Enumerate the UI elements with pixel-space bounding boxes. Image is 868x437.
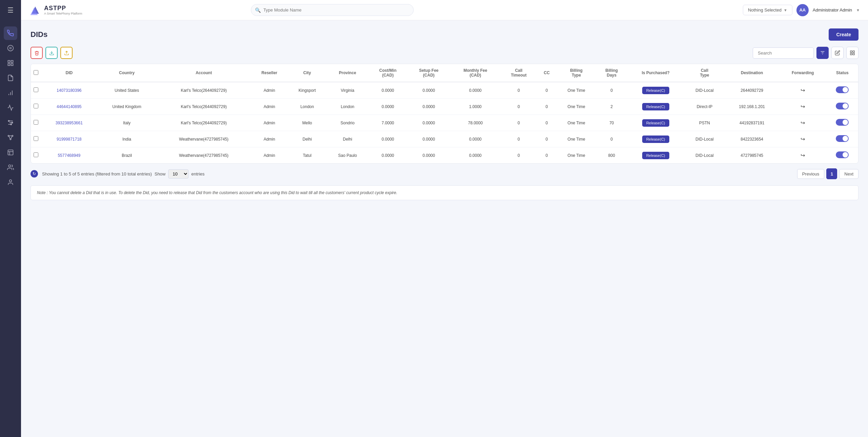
sidebar-routing[interactable] (4, 131, 17, 144)
edit-columns-button[interactable] (831, 47, 844, 59)
forwarding-cell: ↪ (779, 99, 827, 115)
svg-rect-33 (850, 51, 852, 53)
svg-rect-6 (11, 64, 13, 66)
release-button[interactable]: Release(C) (642, 119, 669, 127)
release-button[interactable]: Release(C) (642, 87, 669, 94)
select-all-checkbox[interactable] (34, 70, 38, 75)
sidebar-users[interactable] (4, 161, 17, 174)
release-button[interactable]: Release(C) (642, 136, 669, 143)
import-button[interactable] (45, 47, 58, 59)
billing-days-cell: 0 (596, 131, 627, 147)
svg-rect-1 (10, 47, 11, 49)
create-button[interactable]: Create (829, 28, 859, 41)
entries-info: Showing 1 to 5 of 5 entries (filtered fr… (42, 171, 152, 176)
filter-button[interactable] (816, 47, 829, 59)
table-row: 5577468949 Brazil Weathervane(4727985745… (31, 147, 858, 164)
sidebar-pause[interactable] (4, 41, 17, 55)
row-checkbox[interactable] (34, 120, 38, 125)
country-cell: United States (97, 82, 157, 99)
forwarding-icon[interactable]: ↪ (801, 87, 805, 93)
release-button[interactable]: Release(C) (642, 103, 669, 110)
col-call-timeout: CallTimeout (500, 64, 537, 82)
topbar-search-input[interactable] (251, 4, 414, 16)
previous-button[interactable]: Previous (797, 169, 825, 179)
forwarding-cell: ↪ (779, 115, 827, 131)
sidebar-phone[interactable] (4, 26, 17, 40)
status-cell (827, 82, 858, 99)
column-visibility-button[interactable] (846, 47, 859, 59)
province-cell: Sondrio (327, 115, 368, 131)
col-city: City (288, 64, 327, 82)
page-controls: Previous 1 Next (797, 168, 859, 179)
release-button[interactable]: Release(C) (642, 152, 669, 159)
svg-point-15 (11, 124, 12, 125)
call-type-cell: DID-Local (684, 147, 725, 164)
cost-min-cell: 0.0000 (368, 147, 407, 164)
export-button[interactable] (60, 47, 73, 59)
refresh-icon[interactable]: ↻ (31, 170, 38, 178)
country-cell: United Kingdom (97, 99, 157, 115)
table-row: 393238953661 Italy Karl's Telco(26440927… (31, 115, 858, 131)
row-checkbox[interactable] (34, 87, 38, 92)
row-checkbox[interactable] (34, 104, 38, 108)
billing-type-cell: One Time (556, 147, 596, 164)
is-purchased-cell: Release(C) (627, 147, 684, 164)
forwarding-icon[interactable]: ↪ (801, 136, 805, 142)
nothing-selected-dropdown[interactable]: Nothing Selected ▼ (743, 5, 792, 15)
forwarding-cell: ↪ (779, 131, 827, 147)
city-cell: Mello (288, 115, 327, 131)
status-toggle[interactable] (836, 135, 849, 142)
status-toggle[interactable] (836, 103, 849, 109)
sidebar-bar-chart[interactable] (4, 86, 17, 100)
province-cell: London (327, 99, 368, 115)
status-toggle[interactable] (836, 151, 849, 158)
status-toggle[interactable] (836, 119, 849, 126)
row-checkbox[interactable] (34, 152, 38, 157)
col-setup-fee: Setup Fee(CAD) (407, 64, 450, 82)
setup-fee-cell: 0.0000 (407, 115, 450, 131)
sidebar-menu[interactable]: ☰ (4, 3, 17, 17)
topbar: ASTPP A Smart TelePhony Platform 🔍 Nothi… (21, 0, 868, 20)
forwarding-icon[interactable]: ↪ (801, 152, 805, 158)
sidebar-analytics[interactable] (4, 146, 17, 159)
province-cell: Sao Paulo (327, 147, 368, 164)
cc-cell: 0 (537, 82, 556, 99)
data-table: DID Country Account Reseller City Provin… (31, 64, 859, 164)
delete-button[interactable] (31, 47, 43, 59)
sidebar-grid[interactable] (4, 56, 17, 70)
reseller-cell: Admin (251, 115, 288, 131)
row-checkbox[interactable] (34, 136, 38, 141)
status-toggle[interactable] (836, 86, 849, 93)
col-call-type: CallType (684, 64, 725, 82)
account-cell: Karl's Telco(2644092729) (156, 115, 251, 131)
entries-select[interactable]: 102550100 (168, 169, 189, 179)
did-link[interactable]: 44644140895 (57, 104, 81, 109)
did-link[interactable]: 5577468949 (58, 153, 80, 158)
forwarding-icon[interactable]: ↪ (801, 104, 805, 109)
did-link[interactable]: 14073180396 (57, 88, 81, 93)
col-reseller: Reseller (251, 64, 288, 82)
table-search-input[interactable] (753, 47, 814, 59)
call-timeout-cell: 0 (500, 99, 537, 115)
status-cell (827, 99, 858, 115)
billing-type-cell: One Time (556, 115, 596, 131)
did-link[interactable]: 91999871718 (57, 137, 81, 142)
forwarding-icon[interactable]: ↪ (801, 120, 805, 126)
sidebar-person[interactable] (4, 175, 17, 189)
col-is-purchased: Is Purchased? (627, 64, 684, 82)
call-timeout-cell: 0 (500, 147, 537, 164)
account-cell: Weathervane(4727985745) (156, 147, 251, 164)
current-page-number[interactable]: 1 (826, 168, 837, 179)
is-purchased-cell: Release(C) (627, 99, 684, 115)
did-link[interactable]: 393238953661 (56, 121, 83, 125)
billing-days-cell: 2 (596, 99, 627, 115)
svg-point-24 (8, 165, 11, 167)
sidebar-sliders[interactable] (4, 116, 17, 129)
setup-fee-cell: 0.0000 (407, 82, 450, 99)
next-button[interactable]: Next (839, 169, 859, 179)
search-icon: 🔍 (255, 7, 261, 13)
monthly-fee-cell: 0.0000 (450, 82, 500, 99)
sidebar-document[interactable] (4, 71, 17, 85)
sidebar-report[interactable] (4, 101, 17, 115)
setup-fee-cell: 0.0000 (407, 99, 450, 115)
